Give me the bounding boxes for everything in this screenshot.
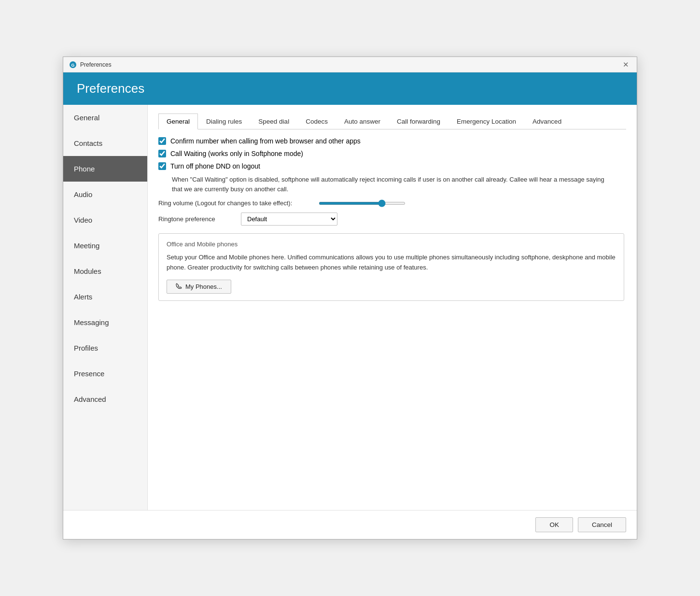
turn-off-dnd-label: Turn off phone DND on logout xyxy=(170,162,260,170)
tab-general[interactable]: General xyxy=(158,114,198,129)
sidebar-item-presence[interactable]: Presence xyxy=(63,361,147,386)
sidebar-item-advanced[interactable]: Advanced xyxy=(63,386,147,412)
ringtone-row: Ringtone preference Default Tone 1 Tone … xyxy=(158,213,624,226)
sidebar-item-general[interactable]: General xyxy=(63,105,147,130)
sidebar-item-phone[interactable]: Phone xyxy=(63,156,147,182)
ring-volume-row: Ring volume (Logout for changes to take … xyxy=(158,199,624,207)
checkbox-row-turn-off-dnd: Turn off phone DND on logout xyxy=(158,162,624,170)
tab-codecs[interactable]: Codecs xyxy=(297,114,336,129)
tab-emergency-location[interactable]: Emergency Location xyxy=(448,114,524,129)
ring-volume-slider-container xyxy=(319,202,406,205)
call-waiting-checkbox[interactable] xyxy=(158,150,166,157)
titlebar-left: G Preferences xyxy=(69,61,112,69)
titlebar-title: Preferences xyxy=(80,61,112,68)
app-icon: G xyxy=(69,61,77,69)
svg-text:G: G xyxy=(71,63,74,68)
ringtone-label: Ringtone preference xyxy=(158,215,233,223)
office-mobile-section: Office and Mobile phones Setup your Offi… xyxy=(158,233,624,301)
close-button[interactable]: ✕ xyxy=(620,59,631,70)
cancel-button[interactable]: Cancel xyxy=(578,517,626,532)
tab-dialing-rules[interactable]: Dialing rules xyxy=(198,114,250,129)
call-waiting-label: Call Waiting (works only in Softphone mo… xyxy=(170,150,303,157)
checkbox-row-confirm-number: Confirm number when calling from web bro… xyxy=(158,137,624,145)
preferences-window: G Preferences ✕ Preferences General Cont… xyxy=(63,57,637,539)
titlebar: G Preferences ✕ xyxy=(63,57,637,72)
header-title: Preferences xyxy=(77,81,144,96)
office-mobile-title: Office and Mobile phones xyxy=(167,241,616,248)
tabs-bar: General Dialing rules Speed dial Codecs … xyxy=(158,114,626,129)
sidebar-item-messaging[interactable]: Messaging xyxy=(63,310,147,335)
header: Preferences xyxy=(63,72,637,105)
my-phones-button[interactable]: My Phones... xyxy=(167,280,231,294)
tab-call-forwarding[interactable]: Call forwarding xyxy=(389,114,448,129)
turn-off-dnd-checkbox[interactable] xyxy=(158,162,166,170)
sidebar-item-video[interactable]: Video xyxy=(63,207,147,233)
office-mobile-description: Setup your Office and Mobile phones here… xyxy=(167,253,616,273)
ringtone-select[interactable]: Default Tone 1 Tone 2 Tone 3 xyxy=(241,213,337,226)
ok-button[interactable]: OK xyxy=(535,517,573,532)
sidebar-item-modules[interactable]: Modules xyxy=(63,258,147,284)
tab-speed-dial[interactable]: Speed dial xyxy=(250,114,297,129)
tab-content-general: Confirm number when calling from web bro… xyxy=(158,137,626,510)
confirm-number-checkbox[interactable] xyxy=(158,137,166,145)
sidebar-item-alerts[interactable]: Alerts xyxy=(63,284,147,310)
checkbox-row-call-waiting: Call Waiting (works only in Softphone mo… xyxy=(158,150,624,157)
main-area: General Dialing rules Speed dial Codecs … xyxy=(148,105,637,510)
tab-advanced[interactable]: Advanced xyxy=(524,114,570,129)
call-waiting-info: When "Call Waiting" option is disabled, … xyxy=(172,175,606,194)
ring-volume-label: Ring volume (Logout for changes to take … xyxy=(158,199,313,207)
my-phones-button-label: My Phones... xyxy=(185,283,222,290)
sidebar-item-profiles[interactable]: Profiles xyxy=(63,335,147,361)
ring-volume-slider[interactable] xyxy=(319,202,406,205)
sidebar-item-meeting[interactable]: Meeting xyxy=(63,233,147,258)
footer: OK Cancel xyxy=(63,510,637,539)
sidebar: General Contacts Phone Audio Video Meeti… xyxy=(63,105,148,510)
sidebar-item-audio[interactable]: Audio xyxy=(63,182,147,207)
content-area: General Contacts Phone Audio Video Meeti… xyxy=(63,105,637,510)
phone-icon xyxy=(176,283,182,290)
sidebar-item-contacts[interactable]: Contacts xyxy=(63,130,147,156)
confirm-number-label: Confirm number when calling from web bro… xyxy=(170,137,361,145)
tab-auto-answer[interactable]: Auto answer xyxy=(336,114,389,129)
